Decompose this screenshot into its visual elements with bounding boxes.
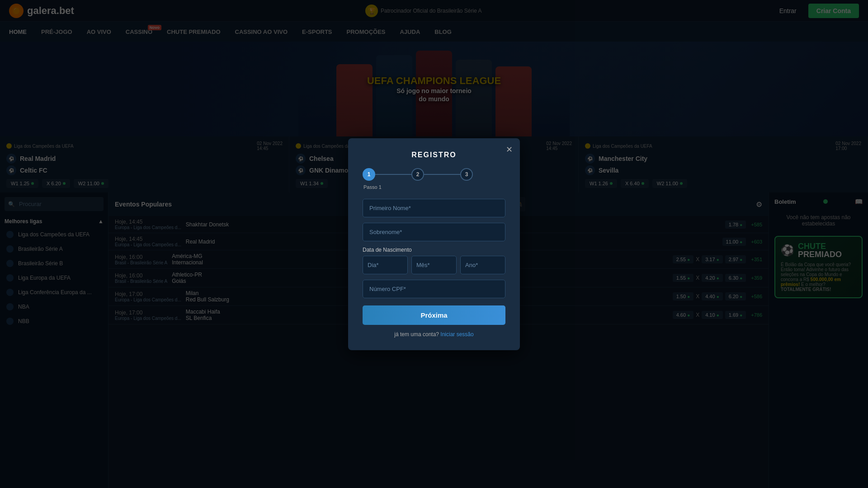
step-1-circle: 1 [363, 168, 375, 181]
login-link-container: já tem uma conta? Iniciar sessão [363, 331, 505, 338]
step-line-1 [375, 174, 411, 175]
cpf-input[interactable] [363, 280, 505, 298]
mes-select[interactable]: Mês* [411, 256, 457, 274]
login-text: já tem uma conta? [394, 331, 439, 338]
primeiro-nome-input[interactable] [363, 199, 505, 217]
registration-modal: ✕ REGISTRO 1 2 3 Passo 1 Data de Nascime… [348, 138, 520, 350]
modal-overlay: ✕ REGISTRO 1 2 3 Passo 1 Data de Nascime… [0, 0, 868, 488]
step-line-2 [424, 174, 460, 175]
dia-select[interactable]: Dia* [363, 256, 408, 274]
step-label: Passo 1 [363, 184, 505, 190]
iniciar-sessao-link[interactable]: Iniciar sessão [440, 331, 473, 338]
dob-row: Dia* Mês* Ano* [363, 256, 505, 274]
dob-label: Data de Nascimento [363, 247, 505, 253]
modal-close-button[interactable]: ✕ [506, 145, 513, 155]
modal-title: REGISTRO [363, 151, 505, 159]
stepper: 1 2 3 Passo 1 [363, 168, 505, 190]
proxima-button[interactable]: Próxima [363, 305, 505, 325]
sobrenome-input[interactable] [363, 223, 505, 241]
step-3-circle: 3 [460, 168, 473, 181]
ano-select[interactable]: Ano* [460, 256, 505, 274]
step-2-circle: 2 [411, 168, 424, 181]
